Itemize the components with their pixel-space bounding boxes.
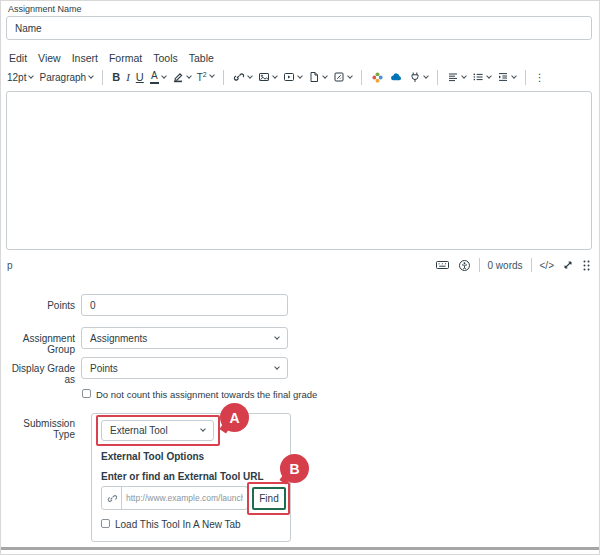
link-icon [102, 487, 122, 509]
chevron-down-icon [247, 73, 253, 79]
html-editor-button[interactable]: </> [540, 260, 554, 271]
plug-icon [409, 71, 421, 83]
highlight-box-a [96, 415, 220, 446]
chevron-down-icon [297, 73, 303, 79]
chevron-down-icon [423, 73, 429, 79]
media-icon [283, 71, 295, 83]
icon-maker-icon [333, 71, 345, 83]
editor-toolbar: 12pt Paragraph B I U A T2 [7, 64, 593, 90]
submission-type-label: Submission Type [1, 418, 75, 440]
toolbar-divider [437, 70, 438, 85]
apps-flower-icon [371, 71, 384, 84]
chevron-down-icon [209, 73, 215, 79]
apps-button[interactable] [371, 71, 384, 84]
underline-button[interactable]: U [136, 71, 144, 83]
external-tool-url-input[interactable] [122, 493, 247, 503]
external-tool-url-heading: Enter or find an External Tool URL [101, 471, 264, 482]
document-icon [308, 71, 320, 83]
cloud-icon [390, 71, 403, 83]
list-button[interactable] [472, 71, 491, 83]
highlighter-button[interactable] [172, 71, 191, 83]
resize-drag-handle[interactable] [582, 259, 591, 272]
keyboard-shortcuts-button[interactable] [435, 259, 450, 271]
menu-table[interactable]: Table [189, 52, 214, 64]
points-input[interactable] [81, 294, 288, 316]
text-color-button[interactable]: A [150, 71, 166, 84]
image-button[interactable] [258, 71, 277, 83]
chevron-down-icon [486, 73, 492, 79]
toolbar-divider [223, 70, 224, 85]
font-size-dropdown[interactable]: 12pt [7, 72, 33, 83]
menu-edit[interactable]: Edit [9, 52, 27, 64]
statusbar-divider [479, 258, 480, 272]
accessibility-checker-button[interactable] [458, 259, 471, 272]
chevron-down-icon [186, 73, 192, 79]
editor-menubar: Edit View Insert Format Tools Table [9, 52, 214, 64]
menu-format[interactable]: Format [109, 52, 142, 64]
toolbar-divider [102, 70, 103, 85]
chevron-down-icon [274, 334, 280, 340]
chevron-down-icon [322, 73, 328, 79]
assignment-edit-page: Assignment Name Edit View Insert Format … [0, 0, 600, 555]
color-bar-icon [150, 82, 159, 84]
chevron-down-icon [88, 73, 94, 79]
chevron-down-icon [29, 73, 35, 79]
align-button[interactable] [447, 71, 466, 83]
points-label: Points [1, 300, 75, 311]
load-new-tab-checkbox[interactable] [101, 519, 110, 528]
lti-tools-button[interactable] [409, 71, 428, 83]
omit-final-grade-label: Do not count this assignment towards the… [96, 389, 317, 400]
commons-button[interactable] [390, 71, 403, 83]
load-new-tab-label: Load This Tool In A New Tab [115, 519, 241, 530]
bullet-list-icon [472, 71, 484, 83]
callout-marker-a: A [220, 403, 249, 432]
highlight-box-b [247, 482, 290, 515]
element-path: p [7, 260, 13, 271]
rich-text-editor-body[interactable] [6, 91, 592, 250]
indent-button[interactable] [497, 71, 516, 83]
media-button[interactable] [283, 71, 302, 83]
toolbar-overflow-button[interactable]: ⋮ [535, 72, 545, 83]
superscript-button[interactable]: T2 [197, 71, 214, 83]
bold-button[interactable]: B [112, 71, 120, 83]
italic-button[interactable]: I [126, 71, 130, 83]
chevron-down-icon [272, 73, 278, 79]
omit-final-grade-checkbox[interactable] [82, 389, 91, 398]
toolbar-divider [361, 70, 362, 85]
chevron-down-icon [161, 73, 167, 79]
editor-statusbar: p 0 words </> [7, 253, 591, 277]
display-grade-as-select[interactable]: Points [81, 357, 288, 379]
toolbar-divider [525, 70, 526, 85]
external-tool-options-heading: External Tool Options [101, 451, 204, 462]
statusbar-divider [531, 258, 532, 272]
assignment-name-label: Assignment Name [8, 4, 82, 14]
menu-view[interactable]: View [38, 52, 61, 64]
assignment-group-label: Assignment Group [1, 333, 75, 355]
document-button[interactable] [308, 71, 327, 83]
link-button[interactable] [233, 71, 252, 83]
external-tool-url-group [101, 486, 248, 510]
page-bottom-edge [1, 547, 599, 550]
menu-insert[interactable]: Insert [72, 52, 98, 64]
image-icon [258, 71, 270, 83]
callout-marker-b: B [280, 454, 309, 483]
indent-icon [497, 71, 509, 83]
link-icon [233, 71, 245, 83]
assignment-group-select[interactable]: Assignments [81, 327, 288, 349]
word-count: 0 words [488, 260, 523, 271]
assignment-name-input[interactable] [6, 16, 592, 40]
chevron-down-icon [511, 73, 517, 79]
chevron-down-icon [274, 364, 280, 370]
align-left-icon [447, 71, 459, 83]
menu-tools[interactable]: Tools [153, 52, 178, 64]
icon-maker-button[interactable] [333, 71, 352, 83]
block-format-dropdown[interactable]: Paragraph [39, 72, 93, 83]
highlighter-icon [172, 71, 184, 83]
chevron-down-icon [461, 73, 467, 79]
display-grade-as-label: Display Grade as [1, 363, 75, 385]
fullscreen-button[interactable] [562, 259, 574, 271]
chevron-down-icon [347, 73, 353, 79]
